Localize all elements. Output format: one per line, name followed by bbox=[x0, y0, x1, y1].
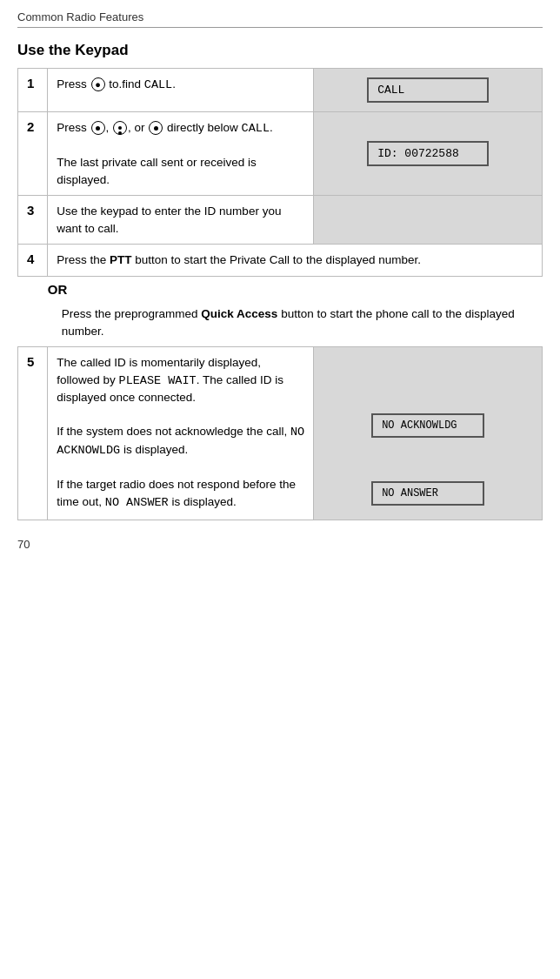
step-3-text: Use the keypad to enter the ID number yo… bbox=[48, 196, 314, 245]
step-1-text: Press ● to.find CALL. bbox=[48, 69, 314, 112]
step-3-row: 3 Use the keypad to enter the ID number … bbox=[18, 196, 543, 245]
nav-button-icon: ● bbox=[91, 77, 105, 91]
steps-table: 1 Press ● to.find CALL. CALL 2 Press , ,… bbox=[17, 68, 543, 520]
step-5-row: 5 The called ID is momentarily displayed… bbox=[18, 347, 543, 520]
or-detail-text: Press the preprogrammed Quick Access but… bbox=[48, 298, 543, 347]
page-number: 70 bbox=[17, 538, 30, 551]
step-2-number: 2 bbox=[18, 112, 48, 196]
step-1-display: CALL bbox=[314, 69, 543, 112]
step-1-row: 1 Press ● to.find CALL. CALL bbox=[18, 69, 543, 112]
step-3-number: 3 bbox=[18, 196, 48, 245]
no-answer-display: NO ANSWER bbox=[371, 481, 484, 506]
or-label: OR bbox=[48, 276, 543, 298]
or-detail-empty bbox=[18, 298, 48, 347]
or-detail-row: Press the preprogrammed Quick Access but… bbox=[18, 298, 543, 347]
call-display: CALL bbox=[367, 77, 489, 103]
page-footer: 70 bbox=[0, 520, 560, 551]
step-4-text: Press the PTT button to start the Privat… bbox=[48, 245, 543, 277]
step-4-number: 4 bbox=[18, 245, 48, 277]
step-3-display-empty bbox=[314, 196, 543, 245]
button-2-icon bbox=[113, 121, 127, 135]
step-2-display: ID: 00722588 bbox=[314, 112, 543, 196]
step-1-number: 1 bbox=[18, 69, 48, 112]
step-5-display: NO ACKNOWLDG NO ANSWER bbox=[314, 347, 543, 520]
or-empty-cell bbox=[18, 276, 48, 298]
step-4-row: 4 Press the PTT button to start the Priv… bbox=[18, 245, 543, 277]
section-title: Use the Keypad bbox=[0, 42, 560, 68]
step-2-text: Press , , or directly below CALL. The la… bbox=[48, 112, 314, 196]
step-5-number: 5 bbox=[18, 347, 48, 520]
no-acknowldg-display: NO ACKNOWLDG bbox=[371, 413, 484, 438]
step-2-row: 2 Press , , or directly below CALL. The … bbox=[18, 112, 543, 196]
id-display: ID: 00722588 bbox=[367, 141, 489, 166]
button-3-icon bbox=[149, 121, 163, 135]
button-1-icon bbox=[91, 121, 105, 135]
page-header: Common Radio Features bbox=[0, 0, 560, 28]
or-row: OR bbox=[18, 276, 543, 298]
step-5-text: The called ID is momentarily displayed, … bbox=[48, 347, 314, 520]
